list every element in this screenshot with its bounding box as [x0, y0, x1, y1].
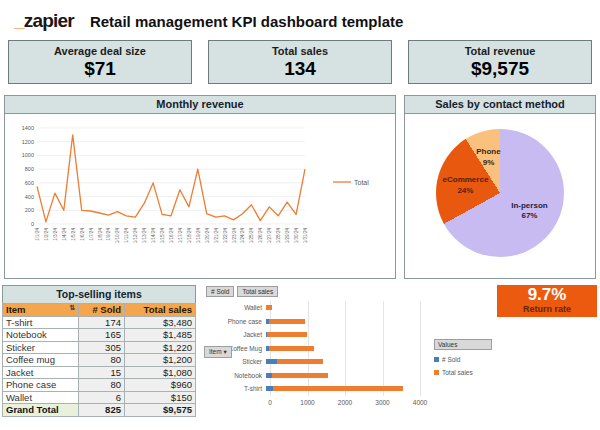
svg-text:1/11/24: 1/11/24 [124, 228, 129, 243]
svg-text:600: 600 [25, 180, 34, 186]
legend-item: Total sales [434, 369, 492, 376]
bar-category-label: Phone case [200, 318, 266, 325]
value-cell: $150 [124, 391, 195, 404]
svg-text:1/18/24: 1/18/24 [187, 228, 192, 244]
return-rate-card: 9.7% Return rate [497, 285, 597, 317]
gridline [420, 301, 421, 396]
svg-text:1/21/24: 1/21/24 [214, 228, 219, 244]
item-cell: Sticker [3, 341, 79, 354]
svg-text:1200: 1200 [22, 139, 34, 145]
item-cell: Wallet [3, 391, 79, 404]
column-header-sold[interactable]: # Sold [79, 304, 125, 317]
bar-row: Wallet [200, 301, 420, 315]
svg-text:1/28/24: 1/28/24 [276, 228, 281, 244]
svg-text:1/8/24: 1/8/24 [98, 228, 103, 241]
bar-category-label: Jacket [200, 331, 266, 338]
kpi-value: 134 [209, 58, 391, 80]
svg-text:1/25/24: 1/25/24 [249, 228, 254, 244]
kpi-total-revenue: Total revenue $9,575 [408, 40, 592, 84]
value-cell: $960 [124, 379, 195, 392]
bar-category-label: T-shirt [200, 385, 266, 392]
pie-slice-label: Phone9% [476, 147, 500, 168]
item-cell: Phone case [3, 379, 79, 392]
x-tick-label: 0 [268, 399, 272, 406]
svg-text:1/5/24: 1/5/24 [71, 228, 76, 241]
return-rate-label: Return rate [497, 304, 597, 314]
svg-text:1/4/24: 1/4/24 [62, 228, 67, 241]
bar-segment [269, 346, 314, 351]
bar-segment [267, 332, 308, 337]
bar-track [266, 369, 416, 383]
bar-segment [266, 305, 272, 310]
svg-text:1/12/24: 1/12/24 [133, 228, 138, 244]
bottom-row: Top-selling items Item⇅ # Sold Total sal… [0, 284, 600, 426]
bar-row: Coffee Mug [200, 342, 420, 356]
bar-track [266, 355, 416, 369]
value-cell: 80 [79, 354, 125, 367]
value-cell: $9,575 [124, 404, 195, 417]
chevron-down-icon: ▾ [223, 348, 226, 355]
bar-row: Phone case [200, 315, 420, 329]
grand-total-row: Grand Total825$9,575 [3, 404, 196, 417]
values-field-button[interactable]: Values [434, 339, 492, 350]
value-cell: 305 [79, 341, 125, 354]
value-cell: 15 [79, 366, 125, 379]
bar-category-label: Wallet [200, 304, 266, 311]
value-cell: 80 [79, 379, 125, 392]
bar-segment [269, 319, 305, 324]
kpi-average-deal-size: Average deal size $71 [8, 40, 192, 84]
svg-text:1/23/24: 1/23/24 [232, 228, 237, 244]
pivot-bar-chart: # Sold Total sales WalletPhone caseJacke… [200, 284, 432, 424]
svg-text:1/9/24: 1/9/24 [106, 228, 111, 241]
monthly-revenue-line-chart: 02004006008001000120014001/1/241/2/241/3… [7, 116, 393, 276]
field-button-total-sales[interactable]: Total sales [237, 286, 278, 297]
svg-text:400: 400 [25, 194, 34, 200]
x-tick-label: 3000 [375, 399, 389, 406]
bar-track [266, 382, 416, 396]
contact-method-title: Sales by contact method [405, 96, 595, 114]
logo-underscore-icon: _ [14, 10, 24, 31]
item-cell: Jacket [3, 366, 79, 379]
column-header-label: Item [6, 304, 26, 315]
legend-item: # Sold [434, 356, 492, 363]
value-cell: $1,485 [124, 329, 195, 342]
value-cell: 165 [79, 329, 125, 342]
svg-text:1/15/24: 1/15/24 [160, 228, 165, 244]
item-axis-label: Item [209, 348, 222, 355]
return-rate-value: 9.7% [497, 285, 597, 305]
legend-items: # SoldTotal sales [434, 356, 492, 376]
value-cell: $1,200 [124, 354, 195, 367]
bar-chart-rows: WalletPhone caseJacketCoffee MugStickerN… [200, 301, 420, 396]
legend-label: # Sold [442, 356, 460, 363]
bar-category-label: Sticker [200, 358, 266, 365]
kpi-row: Average deal size $71 Total sales 134 To… [0, 36, 600, 84]
bar-segment [277, 359, 323, 364]
svg-text:1/22/24: 1/22/24 [223, 228, 228, 244]
svg-text:1/27/24: 1/27/24 [267, 228, 272, 244]
bar-track [266, 342, 416, 356]
svg-text:1/2/24: 1/2/24 [44, 228, 49, 241]
zapier-logo: _zapier [14, 10, 74, 32]
bar-track [266, 315, 416, 329]
column-header-total-sales[interactable]: Total sales [124, 304, 195, 317]
svg-text:1000: 1000 [22, 152, 34, 158]
svg-text:0: 0 [31, 221, 34, 227]
field-button-sold[interactable]: # Sold [206, 286, 234, 297]
table-row: Wallet6$150 [3, 391, 196, 404]
svg-text:800: 800 [25, 166, 34, 172]
bar-track [266, 328, 416, 342]
table-row: Sticker305$1,220 [3, 341, 196, 354]
x-tick-label: 1000 [300, 399, 314, 406]
monthly-revenue-title: Monthly revenue [5, 96, 395, 114]
svg-text:200: 200 [25, 207, 34, 213]
top-selling-items-table: Item⇅ # Sold Total sales T-shirt174$3,48… [2, 303, 196, 417]
svg-text:1/19/24: 1/19/24 [196, 228, 201, 244]
item-axis-button[interactable]: Item ▾ [204, 346, 232, 358]
svg-text:Total: Total [354, 179, 369, 186]
x-tick-label: 2000 [338, 399, 352, 406]
column-header-item[interactable]: Item⇅ [3, 304, 79, 317]
sort-icon[interactable]: ⇅ [70, 304, 76, 312]
bar-segment [273, 386, 404, 391]
svg-text:1/29/24: 1/29/24 [285, 228, 290, 244]
kpi-value: $71 [9, 58, 191, 80]
